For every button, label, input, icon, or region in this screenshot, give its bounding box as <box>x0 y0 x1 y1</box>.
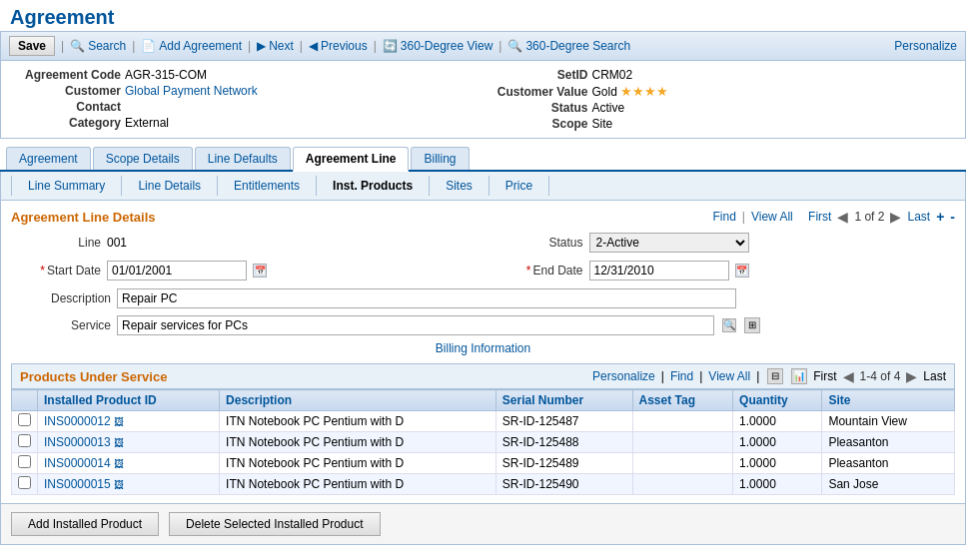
row-site-3: San Jose <box>822 474 955 495</box>
tab-agreement[interactable]: Agreement <box>6 147 91 170</box>
products-prev-nav[interactable]: ◀ <box>843 368 854 384</box>
previous-icon: ◀ <box>309 39 318 53</box>
row-qty-3: 1.0000 <box>733 474 822 495</box>
row-checkbox-2[interactable] <box>12 453 38 474</box>
col-quantity: Quantity <box>733 390 822 411</box>
page-title: Agreement <box>0 0 966 31</box>
table-row: INS0000013 🖼 ITN Notebook PC Pentium wit… <box>12 432 955 453</box>
service-grid-icon[interactable]: ⊞ <box>744 317 760 333</box>
prev-nav-btn[interactable]: ◀ <box>837 209 848 225</box>
row-qty-2: 1.0000 <box>733 453 822 474</box>
service-input[interactable] <box>117 315 714 335</box>
status-field-label: Status <box>493 236 583 250</box>
sub-tab-entitlements[interactable]: Entitlements <box>218 176 317 196</box>
end-date-input[interactable] <box>589 261 729 280</box>
sub-tab-line-summary[interactable]: Line Summary <box>11 176 122 196</box>
start-date-input[interactable] <box>107 261 247 280</box>
ald-controls: Find | View All First ◀ 1 of 2 ▶ Last + … <box>712 209 955 225</box>
status-select[interactable]: 2-Active1-Inactive3-Cancelled <box>589 233 749 253</box>
status-value: Active <box>592 101 625 115</box>
view-all-link[interactable]: View All <box>751 210 793 224</box>
row-id-link-0[interactable]: INS0000012 🖼 <box>44 414 124 428</box>
row-desc-2: ITN Notebook PC Pentium with D <box>220 453 496 474</box>
main-tabs: Agreement Scope Details Line Defaults Ag… <box>0 147 966 172</box>
row-id-1: INS0000013 🖼 <box>38 432 220 453</box>
row-site-2: Pleasanton <box>822 453 955 474</box>
find-link[interactable]: Find <box>712 210 735 224</box>
ald-section-title: Agreement Line Details <box>11 210 156 225</box>
content-area: Agreement Line Details Find | View All F… <box>0 201 966 504</box>
row-asset-3 <box>632 474 733 495</box>
products-grid-icon[interactable]: ⊟ <box>767 368 783 384</box>
products-next-nav[interactable]: ▶ <box>906 368 917 384</box>
products-personalize-link[interactable]: Personalize <box>592 369 655 383</box>
end-date-cal-icon[interactable]: 📅 <box>735 264 749 278</box>
row-id-link-3[interactable]: INS0000015 🖼 <box>44 477 124 491</box>
start-date-label: Start Date <box>11 264 101 278</box>
next-icon: ▶ <box>257 39 266 53</box>
start-date-row: Start Date 📅 <box>11 259 474 282</box>
table-row: INS0000012 🖼 ITN Notebook PC Pentium wit… <box>12 411 955 432</box>
products-export-icon[interactable]: 📊 <box>791 368 807 384</box>
products-controls: Personalize | Find | View All | ⊟ 📊 Firs… <box>592 368 946 384</box>
row-id-link-2[interactable]: INS0000014 🖼 <box>44 456 124 470</box>
bottom-buttons: Add Installed Product Delete Selected In… <box>0 504 966 545</box>
row-qty-0: 1.0000 <box>733 411 822 432</box>
add-agreement-link[interactable]: 📄 Add Agreement <box>141 39 242 53</box>
products-view-all-link[interactable]: View All <box>708 369 750 383</box>
sub-tab-price[interactable]: Price <box>489 176 549 196</box>
previous-link[interactable]: ◀ Previous <box>309 39 368 53</box>
desc-label: Description <box>21 291 111 305</box>
customer-link[interactable]: Global Payment Network <box>125 84 258 98</box>
table-row: INS0000015 🖼 ITN Notebook PC Pentium wit… <box>12 474 955 495</box>
ald-section-header: Agreement Line Details Find | View All F… <box>11 209 955 225</box>
form-grid-top: Line 001 Status 2-Active1-Inactive3-Canc… <box>11 231 955 255</box>
search-link[interactable]: 🔍 Search <box>70 39 126 53</box>
row-id-link-1[interactable]: INS0000013 🖼 <box>44 435 124 449</box>
delete-installed-product-button[interactable]: Delete Selected Installed Product <box>169 512 380 536</box>
end-date-label: End Date <box>493 264 583 278</box>
last-label: Last <box>907 210 930 224</box>
form-grid-dates: Start Date 📅 End Date 📅 <box>11 259 955 282</box>
row-site-0: Mountain View <box>822 411 955 432</box>
sub-tab-line-details[interactable]: Line Details <box>122 176 218 196</box>
setid-value: CRM02 <box>592 68 633 82</box>
tab-agreement-line[interactable]: Agreement Line <box>293 147 410 172</box>
360-icon: 🔄 <box>383 39 398 53</box>
row-checkbox-1[interactable] <box>12 432 38 453</box>
billing-info-link[interactable]: Billing Information <box>436 341 530 355</box>
row-asset-1 <box>632 432 733 453</box>
table-row: INS0000014 🖼 ITN Notebook PC Pentium wit… <box>12 453 955 474</box>
next-link[interactable]: ▶ Next <box>257 39 294 53</box>
tab-scope-details[interactable]: Scope Details <box>93 147 193 170</box>
tab-line-defaults[interactable]: Line Defaults <box>195 147 291 170</box>
sub-tab-sites[interactable]: Sites <box>430 176 489 196</box>
add-row-btn[interactable]: + <box>936 209 944 225</box>
line-row: Line 001 <box>11 231 474 255</box>
row-checkbox-0[interactable] <box>12 411 38 432</box>
view-360-link[interactable]: 🔄 360-Degree View <box>383 39 493 53</box>
add-installed-product-button[interactable]: Add Installed Product <box>11 512 159 536</box>
scope-value: Site <box>592 117 613 131</box>
row-asset-0 <box>632 411 733 432</box>
service-search-icon[interactable]: 🔍 <box>722 318 736 332</box>
personalize-link[interactable]: Personalize <box>894 39 957 53</box>
row-checkbox-3[interactable] <box>12 474 38 495</box>
row-desc-3: ITN Notebook PC Pentium with D <box>220 474 496 495</box>
tab-billing[interactable]: Billing <box>411 147 469 170</box>
next-nav-btn[interactable]: ▶ <box>890 209 901 225</box>
setid-label: SetID <box>488 68 588 82</box>
start-date-cal-icon[interactable]: 📅 <box>253 264 267 278</box>
customer-value-value: Gold ★★★★ <box>592 84 669 99</box>
billing-info-row: Billing Information <box>11 341 955 355</box>
save-button[interactable]: Save <box>9 36 55 56</box>
remove-row-btn[interactable]: - <box>950 209 955 225</box>
products-find-link[interactable]: Find <box>670 369 693 383</box>
row-desc-1: ITN Notebook PC Pentium with D <box>220 432 496 453</box>
row-desc-0: ITN Notebook PC Pentium with D <box>220 411 496 432</box>
search-360-link[interactable]: 🔍 360-Degree Search <box>507 39 630 53</box>
sub-tab-inst-products[interactable]: Inst. Products <box>317 176 430 196</box>
code-value: AGR-315-COM <box>125 68 207 82</box>
row-serial-0: SR-ID-125487 <box>495 411 632 432</box>
description-input[interactable] <box>117 288 736 308</box>
